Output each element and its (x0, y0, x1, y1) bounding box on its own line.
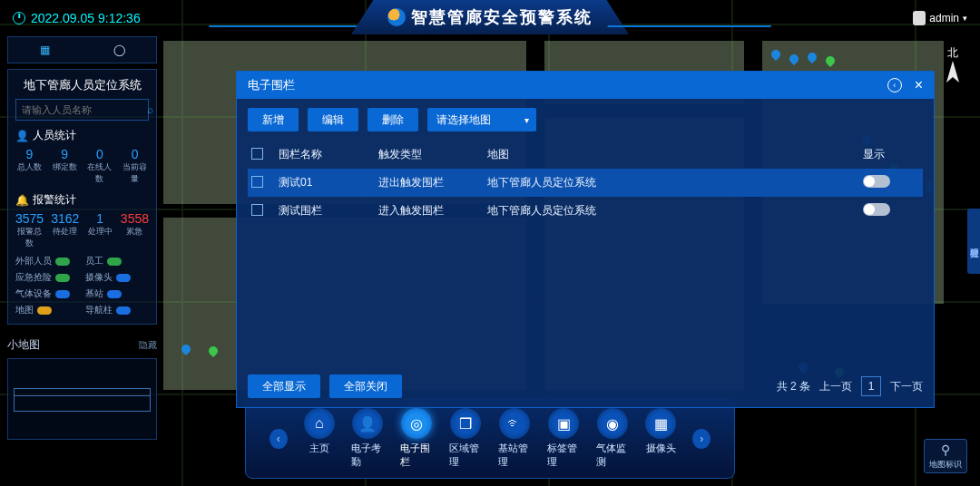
table-row[interactable]: 测试01进出触发围栏地下管廊人员定位系统 (248, 169, 923, 197)
modal-toolbar: 新增 编辑 删除 请选择地图 (237, 99, 934, 141)
legend-dot (55, 290, 70, 298)
layers-icon: ❒ (450, 408, 481, 439)
dock-next-button[interactable]: › (692, 429, 710, 449)
show-toggle[interactable] (863, 175, 890, 188)
fence-table: 围栏名称 触发类型 地图 显示 测试01进出触发围栏地下管廊人员定位系统测试围栏… (237, 141, 934, 365)
person-icon: 👤 (15, 130, 29, 142)
bell-icon: 🔔 (15, 194, 29, 207)
legend-item: 气体设备 (15, 287, 80, 300)
minimap[interactable] (7, 358, 157, 440)
app-title: 智慧管廊安全预警系统 (411, 6, 593, 28)
sidebar-tab-user[interactable]: ◯ (83, 37, 157, 63)
modal-title: 电子围栏 (248, 77, 295, 93)
sidebar-tab-grid[interactable]: ▦ (8, 37, 83, 63)
dock-item-label: 基站管理 (498, 442, 531, 469)
sidebar: ▦ ◯ 地下管廊人员定位系统 ⌕ 👤人员统计 9总人数9绑定数0在线人数0当前容… (7, 36, 157, 440)
table-row[interactable]: 测试围栏进入触发围栏地下管廊人员定位系统 (248, 197, 923, 225)
search-box[interactable]: ⌕ (15, 99, 149, 121)
stat-item: 3162待处理 (51, 211, 79, 249)
legend-dot (107, 258, 122, 266)
map-pin[interactable] (806, 51, 818, 63)
dock-item-home[interactable]: ⌂主页 (304, 408, 335, 469)
user-icon: 👤 (352, 408, 383, 439)
app-logo-icon (387, 8, 406, 26)
antenna-icon: ᯤ (499, 408, 530, 439)
map-pin[interactable] (788, 53, 800, 65)
alarm-header: 🔔报警统计 (15, 192, 149, 208)
cell-map: 地下管廊人员定位系统 (484, 197, 859, 225)
map-select[interactable]: 请选择地图 (427, 108, 536, 131)
cell-name: 测试01 (275, 169, 375, 197)
dock-item-label: 电子考勤 (351, 442, 384, 469)
new-button[interactable]: 新增 (248, 108, 299, 131)
user-menu[interactable]: admin ▾ (913, 11, 967, 25)
map-pin[interactable] (769, 48, 782, 61)
alarm-legend: 外部人员员工应急抢险摄像头气体设备基站地图导航柱 (15, 255, 149, 316)
dock-item-tag[interactable]: ▣标签管理 (547, 408, 580, 469)
legend-item: 导航柱 (85, 304, 150, 316)
pager-page[interactable]: 1 (861, 376, 881, 396)
legend-item: 基站 (85, 287, 150, 300)
dock-item-antenna[interactable]: ᯤ基站管理 (498, 408, 531, 469)
dock-prev-button[interactable]: ‹ (270, 429, 288, 449)
map-pin[interactable] (180, 343, 192, 355)
dock-item-label: 主页 (309, 442, 329, 455)
map-pin[interactable] (207, 345, 220, 357)
modal-header: 电子围栏 ‹ × (237, 72, 934, 99)
map-legend-button[interactable]: ⚲ 地图标识 (924, 439, 967, 473)
legend-item: 地图 (15, 304, 80, 316)
pager-prev[interactable]: 上一页 (819, 379, 852, 394)
row-checkbox[interactable] (251, 176, 263, 188)
avatar-icon (913, 11, 926, 25)
top-bar: 2022.09.05 9:12:36 智慧管廊安全预警系统 admin ▾ (0, 0, 980, 36)
map-pin[interactable] (824, 54, 837, 67)
minimap-hide-button[interactable]: 隐藏 (139, 339, 157, 352)
minimap-header: 小地图 隐藏 (7, 337, 157, 353)
back-icon[interactable]: ‹ (887, 78, 902, 92)
title-wing-right (599, 25, 771, 42)
row-checkbox[interactable] (251, 204, 263, 216)
search-icon[interactable]: ⌕ (147, 103, 153, 116)
sidebar-title: 地下管廊人员定位系统 (15, 77, 149, 93)
cell-trigger: 进入触发围栏 (375, 197, 484, 225)
camera-icon: ▦ (645, 408, 676, 439)
dock-item-layers[interactable]: ❒区域管理 (449, 408, 482, 469)
checkbox-all[interactable] (251, 148, 263, 160)
dock-item-label: 气体监测 (596, 442, 629, 469)
legend-item: 员工 (85, 255, 150, 267)
dock-item-gas[interactable]: ◉气体监测 (596, 408, 629, 469)
stat-item: 9绑定数 (51, 147, 79, 185)
compass-label: 北 (944, 45, 962, 61)
show-all-button[interactable]: 全部显示 (248, 374, 320, 398)
gas-icon: ◉ (597, 408, 628, 439)
dock-item-user[interactable]: 👤电子考勤 (351, 408, 384, 469)
user-name: admin (929, 12, 959, 24)
dock-item-label: 摄像头 (646, 442, 676, 455)
clock-icon (13, 12, 25, 24)
show-toggle[interactable] (863, 203, 890, 216)
stat-item: 3558累急 (121, 211, 149, 249)
fence-modal: 电子围栏 ‹ × 新增 编辑 删除 请选择地图 围栏名称 触发类型 地图 显示 … (236, 71, 935, 408)
stat-item: 0当前容量 (121, 147, 149, 185)
pager: 共 2 条 上一页 1 下一页 (777, 376, 923, 396)
alert-side-tab[interactable]: 警报处理 (967, 209, 980, 274)
timestamp-text: 2022.09.05 9:12:36 (31, 11, 141, 25)
pager-next[interactable]: 下一页 (890, 379, 923, 394)
legend-dot (55, 258, 70, 266)
target-icon: ◎ (401, 408, 432, 439)
delete-button[interactable]: 删除 (368, 108, 418, 131)
alarm-stats: 3575报警总数3162待处理1处理中3558累急 (15, 211, 149, 249)
dock-item-camera[interactable]: ▦摄像头 (645, 408, 676, 469)
search-input[interactable] (22, 104, 147, 115)
legend-item: 应急抢险 (15, 271, 80, 284)
legend-dot (55, 274, 70, 282)
close-all-button[interactable]: 全部关闭 (329, 374, 402, 398)
chevron-down-icon: ▾ (963, 14, 967, 23)
edit-button[interactable]: 编辑 (308, 108, 358, 131)
personnel-stats: 9总人数9绑定数0在线人数0当前容量 (15, 147, 149, 185)
legend-dot (107, 290, 122, 298)
cell-map: 地下管廊人员定位系统 (484, 169, 859, 197)
dock-item-target[interactable]: ◎电子围栏 (400, 408, 433, 469)
cell-trigger: 进出触发围栏 (375, 169, 484, 197)
close-icon[interactable]: × (915, 77, 923, 93)
